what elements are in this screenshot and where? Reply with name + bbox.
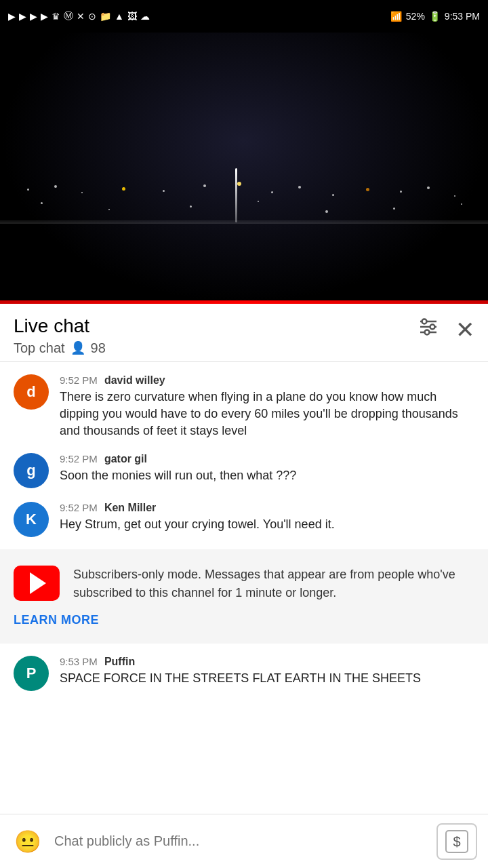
icon-triangle: ▲: [115, 11, 124, 22]
message-time: 9:52 PM: [60, 374, 98, 386]
status-bar: ▶ ▶ ▶ ▶ ♛ Ⓜ ✕ ⊙ 📁 ▲ 🖼 ☁ 📶 52% 🔋 9:53 PM: [0, 0, 488, 33]
send-icon: $: [445, 829, 469, 854]
icon-play: ▶: [8, 11, 16, 22]
message-author: gator gil: [104, 453, 147, 465]
avatar: g: [14, 453, 49, 488]
icon-youtube2: ▶: [30, 11, 37, 22]
message-meta: 9:53 PM Puffin: [60, 656, 474, 668]
send-button[interactable]: $: [436, 823, 477, 860]
chat-message: g 9:52 PM gator gil Soon the monies will…: [0, 446, 488, 495]
wifi-icon: 📶: [390, 11, 402, 22]
icon-youtube: ▶: [19, 11, 26, 22]
message-time: 9:52 PM: [60, 453, 98, 465]
message-text: Hey Strum, get out your crying towel. Yo…: [60, 516, 474, 533]
emoji-icon: 😐: [14, 829, 41, 854]
status-bar-right: 📶 52% 🔋 9:53 PM: [390, 11, 480, 22]
emoji-button[interactable]: 😐: [11, 825, 45, 859]
battery-icon: 🔋: [429, 11, 441, 22]
svg-point-5: [425, 330, 430, 335]
svg-text:$: $: [453, 834, 460, 849]
message-meta: 9:52 PM Ken Miller: [60, 502, 474, 514]
icon-crown: ♛: [52, 11, 60, 22]
message-time: 9:53 PM: [60, 656, 98, 667]
avatar: d: [14, 374, 49, 410]
learn-more-button[interactable]: LEARN MORE: [14, 613, 474, 627]
svg-point-3: [422, 319, 427, 324]
filter-button[interactable]: [418, 317, 439, 341]
icon-x: ✕: [77, 11, 85, 22]
message-text: There is zero curvature when flying in a…: [60, 389, 474, 440]
avatar: K: [14, 502, 49, 537]
message-text: Soon the monies will run out, then what …: [60, 467, 474, 484]
icon-image: 🖼: [127, 11, 137, 22]
play-triangle-icon: [30, 572, 46, 594]
chat-header: Live chat Top chat 👤 98 ✕: [0, 304, 488, 362]
message-content: 9:52 PM gator gil Soon the monies will r…: [60, 453, 474, 484]
message-meta: 9:52 PM gator gil: [60, 453, 474, 465]
city-lights: [0, 182, 488, 222]
clock: 9:53 PM: [445, 11, 480, 22]
subscribers-notice-inner: Subscribers-only mode. Messages that app…: [14, 566, 474, 602]
message-content: 9:52 PM david willey There is zero curva…: [60, 374, 474, 440]
message-content: 9:53 PM Puffin SPACE FORCE IN THE STREET…: [60, 656, 474, 687]
icon-yt3: ▶: [41, 11, 48, 22]
message-time: 9:52 PM: [60, 502, 98, 513]
viewer-count: 98: [91, 340, 106, 356]
video-horizon: [0, 222, 488, 224]
message-author: Puffin: [104, 656, 135, 668]
subscribers-text: Subscribers-only mode. Messages that app…: [73, 566, 474, 602]
subscribers-notice: Subscribers-only mode. Messages that app…: [0, 549, 488, 644]
message-author: Ken Miller: [104, 502, 156, 514]
chat-header-right[interactable]: ✕: [418, 315, 474, 341]
svg-point-4: [430, 325, 435, 330]
chat-message: P 9:53 PM Puffin SPACE FORCE IN THE STRE…: [0, 649, 488, 698]
icon-cloud: ☁: [140, 11, 150, 22]
chat-input[interactable]: [54, 825, 427, 859]
top-chat-label: Top chat: [14, 340, 65, 356]
close-button[interactable]: ✕: [455, 318, 474, 341]
icon-folder: 📁: [100, 11, 111, 22]
message-content: 9:52 PM Ken Miller Hey Strum, get out yo…: [60, 502, 474, 533]
message-author: david willey: [104, 374, 165, 387]
viewer-icon: 👤: [70, 340, 85, 355]
chat-message: K 9:52 PM Ken Miller Hey Strum, get out …: [0, 495, 488, 544]
chat-message: d 9:52 PM david willey There is zero cur…: [0, 368, 488, 447]
icon-m: Ⓜ: [64, 10, 73, 22]
chat-messages: d 9:52 PM david willey There is zero cur…: [0, 362, 488, 704]
status-bar-left: ▶ ▶ ▶ ▶ ♛ Ⓜ ✕ ⊙ 📁 ▲ 🖼 ☁: [8, 10, 150, 22]
message-meta: 9:52 PM david willey: [60, 374, 474, 387]
video-progress-bar[interactable]: [0, 300, 488, 304]
youtube-logo: [14, 566, 60, 601]
live-chat-title: Live chat: [14, 315, 106, 338]
video-player[interactable]: [0, 33, 488, 304]
avatar: P: [14, 656, 49, 691]
battery-percent: 52%: [406, 11, 425, 22]
video-tower: [235, 168, 237, 222]
message-text: SPACE FORCE IN THE STREETS FLAT EARTH IN…: [60, 670, 474, 687]
chat-input-bar[interactable]: 😐 $: [0, 814, 488, 868]
chat-header-left: Live chat Top chat 👤 98: [14, 315, 106, 356]
top-chat-row: Top chat 👤 98: [14, 340, 106, 356]
icon-circle: ⊙: [88, 11, 96, 22]
